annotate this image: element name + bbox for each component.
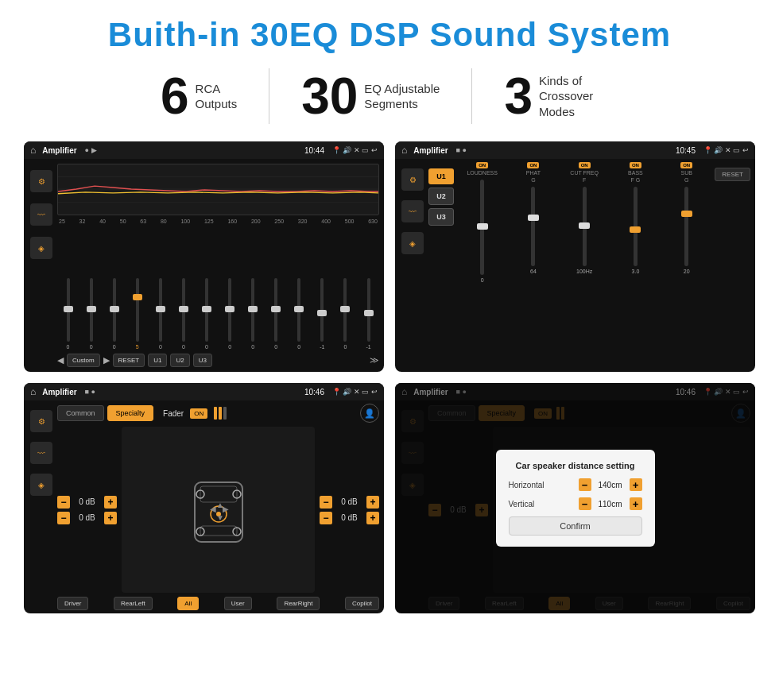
reset-row: RESET [715,165,750,369]
status-icons-3: 📍 🔊 ✕ ▭ ↩ [332,388,378,396]
ch-on-cutfreq[interactable]: ON [579,162,591,168]
amp-preset-u2[interactable]: U2 [428,188,454,205]
eq-sidebar: ⚙ 〰 ◈ [29,164,54,367]
amp-sidebar-btn-1[interactable]: ⚙ [401,168,424,191]
preset-u1[interactable]: U1 [148,354,167,367]
home-icon-3[interactable]: ⌂ [30,386,36,397]
fader-sidebar-btn-1[interactable]: ⚙ [30,410,52,432]
dots-1: ● ▶ [85,146,97,154]
btn-rearleft[interactable]: RearLeft [114,597,153,610]
preset-custom[interactable]: Custom [67,354,100,367]
time-2: 10:45 [676,146,696,155]
dots-2: ■ ● [456,146,467,154]
ch-bass: ON BASS F G 3.0 [611,162,660,369]
btn-rearright[interactable]: RearRight [277,597,320,610]
app-title-3: Amplifier [42,388,76,396]
btn-copilot[interactable]: Copilot [345,597,379,610]
fader-label: Fader [163,409,184,418]
fader-sidebar-btn-3[interactable]: ◈ [30,474,52,496]
expand-btn[interactable]: ≫ [370,355,379,365]
vol-val-bl: 0 dB [73,513,101,522]
amp-sidebar-btn-3[interactable]: ◈ [401,232,424,254]
eq-slider-8: 0 [242,278,264,350]
svg-text:▲: ▲ [216,501,224,509]
dialog-plus-vertical[interactable]: + [630,497,642,510]
eq-slider-2: 0 [103,278,125,350]
amp-preset-u1[interactable]: U1 [428,168,454,184]
next-btn[interactable]: ▶ [103,355,110,365]
btn-all[interactable]: All [177,597,199,610]
confirm-button[interactable]: Confirm [509,516,642,536]
fader-mini-sliders [214,407,227,420]
status-bar-1: ⌂ Amplifier ● ▶ 10:44 📍 🔊 ✕ ▭ ↩ [24,141,384,159]
fader-main: Common Specialty Fader ON 👤 [57,404,379,610]
dialog-minus-vertical[interactable]: − [579,497,591,510]
ch-loudness: ON LOUDNESS 0 [458,162,506,369]
vol-plus-br[interactable]: + [366,512,379,524]
vol-row-tl: − 0 dB + [57,496,117,509]
home-icon-2[interactable]: ⌂ [401,145,407,156]
vol-plus-tl[interactable]: + [104,496,117,509]
stat-label-crossover: Kinds of Crossover Modes [539,73,618,120]
screens-grid: ⌂ Amplifier ● ▶ 10:44 📍 🔊 ✕ ▭ ↩ ⚙ 〰 ◈ [24,141,755,613]
btn-driver[interactable]: Driver [57,597,88,610]
btn-user[interactable]: User [224,597,252,610]
ch-on-bass[interactable]: ON [630,162,641,168]
ch-cutfreq: ON CUT FREQ F 100Hz [560,162,609,369]
fader-body: − 0 dB + − 0 dB + [57,427,379,593]
vol-minus-bl[interactable]: − [57,512,70,524]
status-icons-1: 📍 🔊 ✕ ▭ ↩ [332,146,378,154]
eq-slider-3: 5 [126,278,148,350]
fader-sidebar-btn-2[interactable]: 〰 [30,442,52,464]
eq-sidebar-btn-3[interactable]: ◈ [30,237,52,259]
eq-slider-9: 0 [265,278,287,350]
user-icon[interactable]: 👤 [360,404,379,423]
eq-slider-7: 0 [219,278,241,350]
preset-reset[interactable]: RESET [113,354,145,367]
preset-u3[interactable]: U3 [193,354,212,367]
vol-minus-br[interactable]: − [320,512,332,524]
reset-btn-amp[interactable]: RESET [715,168,750,181]
vol-plus-tr[interactable]: + [366,496,379,509]
ch-phat: ON PHAT G 64 [509,162,557,369]
eq-slider-1: 0 [80,278,102,350]
tab-specialty[interactable]: Specialty [107,405,154,421]
speaker-layout: ◀ ▶ ▲ ▼ [122,427,315,593]
stat-number-rca: 6 [161,71,189,122]
tab-common[interactable]: Common [57,405,104,421]
eq-sidebar-btn-2[interactable]: 〰 [30,203,52,226]
eq-sliders-row: 0 0 0 5 [57,226,379,350]
ch-label-bass: BASS [628,170,643,176]
screen-dialog: ⌂ Amplifier ■ ● 10:46 📍 🔊 ✕ ▭ ↩ ⚙ 〰 ◈ Co… [395,383,755,613]
amp-sidebar-btn-2[interactable]: 〰 [401,200,424,222]
stat-eq: 30 EQ Adjustable Segments [269,71,471,122]
amp-preset-u3[interactable]: U3 [428,208,454,226]
eq-slider-4: 0 [149,278,171,350]
ch-on-loudness[interactable]: ON [476,162,488,168]
eq-slider-0: 0 [57,278,79,350]
ch-on-sub[interactable]: ON [680,162,692,168]
ch-on-phat[interactable]: ON [527,162,539,168]
prev-btn[interactable]: ◀ [57,355,64,365]
vol-row-bl: − 0 dB + [57,512,117,524]
vol-minus-tr[interactable]: − [320,496,332,509]
amp-main: U1 U2 U3 ON LOUDNESS 0 [428,162,750,369]
eq-chart [57,164,379,215]
eq-sidebar-btn-1[interactable]: ⚙ [30,170,52,192]
vol-plus-bl[interactable]: + [104,512,117,524]
dialog-plus-horizontal[interactable]: + [630,478,642,491]
dialog-minus-horizontal[interactable]: − [579,478,591,491]
home-icon-1[interactable]: ⌂ [30,145,36,156]
stat-rca: 6 RCA Outputs [129,71,269,122]
vol-minus-tl[interactable]: − [57,496,70,509]
eq-content: ⚙ 〰 ◈ [24,159,384,372]
eq-slider-5: 0 [172,278,194,350]
preset-u2[interactable]: U2 [170,354,189,367]
vol-val-tr: 0 dB [335,497,363,506]
stat-crossover: 3 Kinds of Crossover Modes [472,71,650,122]
eq-slider-13: -1 [358,278,379,350]
screen-fader: ⌂ Amplifier ■ ● 10:46 📍 🔊 ✕ ▭ ↩ ⚙ 〰 ◈ Co… [24,383,384,613]
eq-slider-12: 0 [335,278,356,350]
fader-on-badge[interactable]: ON [190,408,207,419]
eq-slider-11: -1 [312,278,333,350]
